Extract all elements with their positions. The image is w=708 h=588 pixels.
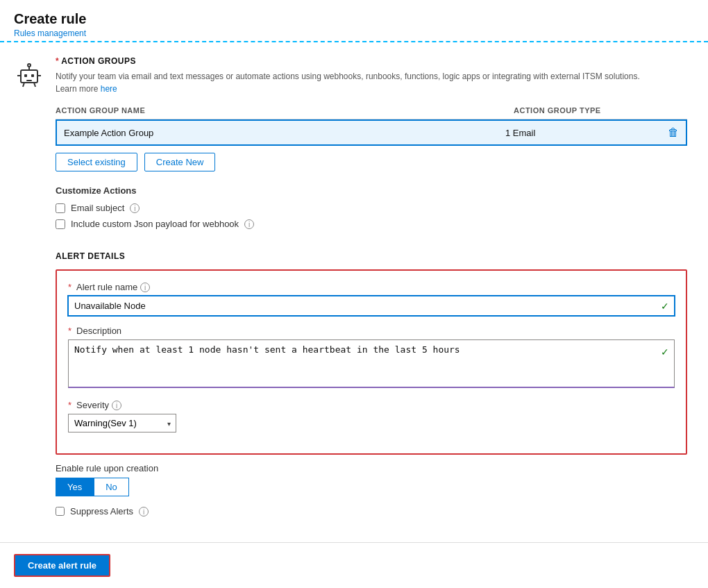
json-payload-row: Include custom Json payload for webhook …	[56, 219, 687, 229]
learn-more-link[interactable]: here	[101, 84, 117, 94]
suppress-alerts-row: Suppress Alerts i	[56, 506, 687, 516]
table-header-row: ACTION GROUP NAME ACTION GROUP TYPE	[56, 102, 687, 119]
svg-rect-3	[26, 80, 32, 81]
json-payload-checkbox[interactable]	[56, 219, 65, 229]
enable-rule-section: Enable rule upon creation Yes No	[56, 463, 687, 496]
col-type-header: ACTION GROUP TYPE	[514, 106, 652, 115]
suppress-alerts-label: Suppress Alerts	[70, 506, 133, 516]
col-name-header: ACTION GROUP NAME	[56, 106, 514, 115]
page-subtitle: Rules management	[14, 28, 694, 38]
severity-group: * Severity i Warning(Sev 1) Critical(Sev…	[68, 400, 675, 432]
alert-details-title: ALERT DETAILS	[56, 251, 687, 261]
svg-rect-2	[31, 74, 34, 77]
description-check-icon: ✓	[661, 346, 669, 358]
alert-rule-name-input[interactable]	[68, 296, 675, 316]
customize-title: Customize Actions	[56, 185, 687, 196]
action-groups-desc: Notify your team via email and text mess…	[56, 70, 687, 95]
footer-bar: Create alert rule	[0, 542, 708, 588]
email-subject-row: Email subject i	[56, 203, 687, 213]
severity-info-icon: i	[112, 401, 121, 410]
enable-rule-toggle: Yes No	[56, 478, 687, 496]
alert-rule-name-group: * Alert rule name i ✓	[68, 282, 675, 316]
enable-yes-button[interactable]: Yes	[56, 478, 94, 496]
action-groups-title: *ACTION GROUPS	[56, 56, 687, 66]
required-star: *	[56, 56, 59, 66]
alert-details-section: ALERT DETAILS * Alert rule name i ✓	[14, 251, 687, 516]
email-subject-checkbox[interactable]	[56, 203, 65, 213]
create-alert-rule-button[interactable]: Create alert rule	[14, 554, 110, 577]
action-group-buttons: Select existing Create New	[56, 153, 687, 171]
suppress-alerts-checkbox[interactable]	[56, 507, 65, 516]
section-icon	[14, 56, 56, 235]
description-group: * Description Notify when at least 1 nod…	[68, 326, 675, 390]
page-title: Create rule	[14, 11, 694, 27]
json-payload-info-icon: i	[244, 219, 254, 229]
svg-point-5	[28, 64, 31, 67]
content-area: *ACTION GROUPS Notify your team via emai…	[0, 42, 708, 586]
svg-rect-1	[24, 74, 27, 77]
description-label: * Description	[68, 326, 675, 336]
select-existing-button[interactable]: Select existing	[56, 153, 137, 171]
alert-rule-name-check-icon: ✓	[661, 301, 669, 312]
email-subject-info-icon: i	[130, 203, 140, 213]
col-action-header	[652, 106, 687, 115]
json-payload-label: Include custom Json payload for webhook	[71, 219, 239, 229]
action-group-row: Example Action Group 1 Email 🗑	[56, 119, 687, 146]
action-group-type: 1 Email	[505, 128, 644, 138]
alert-rule-name-label: * Alert rule name i	[68, 282, 675, 292]
enable-no-button[interactable]: No	[94, 478, 129, 496]
description-textarea[interactable]: Notify when at least 1 node hasn't sent …	[68, 339, 675, 388]
severity-select-wrapper: Warning(Sev 1) Critical(Sev 0) Informati…	[68, 414, 176, 432]
action-group-name: Example Action Group	[64, 128, 505, 138]
robot-icon	[14, 59, 44, 90]
delete-icon[interactable]: 🗑	[668, 126, 679, 139]
alert-details-box: * Alert rule name i ✓ * Description	[56, 269, 687, 455]
action-group-delete[interactable]: 🗑	[644, 126, 679, 139]
action-groups-body: *ACTION GROUPS Notify your team via emai…	[56, 56, 687, 235]
create-new-button[interactable]: Create New	[144, 153, 216, 171]
action-groups-section: *ACTION GROUPS Notify your team via emai…	[14, 56, 687, 235]
suppress-alerts-info-icon: i	[139, 507, 149, 516]
severity-label: * Severity i	[68, 400, 675, 410]
alert-rule-name-wrapper: ✓	[68, 296, 675, 316]
email-subject-label: Email subject	[71, 203, 124, 213]
description-wrapper: Notify when at least 1 node hasn't sent …	[68, 339, 675, 390]
severity-select[interactable]: Warning(Sev 1) Critical(Sev 0) Informati…	[68, 414, 176, 432]
page-header: Create rule Rules management	[0, 0, 708, 42]
alert-rule-name-info-icon: i	[140, 283, 150, 292]
enable-rule-label: Enable rule upon creation	[56, 463, 687, 473]
